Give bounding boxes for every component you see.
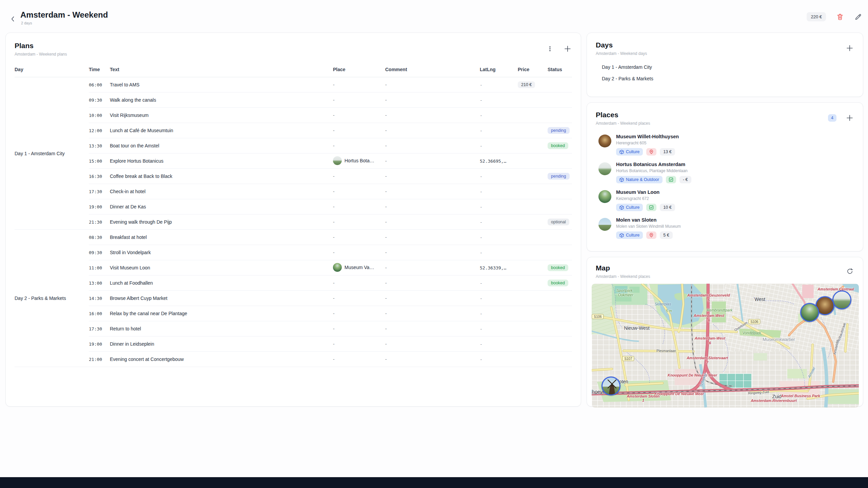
plan-latlng: - <box>480 276 518 291</box>
place-photo <box>598 162 611 175</box>
plan-place: - <box>333 352 385 367</box>
column-header-status: Status <box>548 64 572 77</box>
plan-row[interactable]: 14:30Browse Albert Cuyp Market--- <box>15 291 572 306</box>
column-header-place: Place <box>333 64 385 77</box>
plan-latlng: 52.36695,… <box>480 154 518 169</box>
map-canvas[interactable]: SportparkOokmeerSloterplas5 mNieuw-WestA… <box>592 284 859 408</box>
plan-comment: - <box>385 337 480 352</box>
category-label: Culture <box>626 233 639 238</box>
map-title: Map <box>596 264 650 272</box>
place-photo <box>598 190 611 203</box>
map-marker-garden[interactable] <box>800 303 819 322</box>
plan-row[interactable]: 13:30Boat tour on the Amstel---booked <box>15 138 572 154</box>
map-label: Plesmanlaan <box>656 349 676 353</box>
plan-status <box>548 108 572 123</box>
place-item[interactable]: Museum Willet-HolthuysenHerengracht 605C… <box>596 131 854 159</box>
plan-status: booked <box>548 276 572 291</box>
places-list: Museum Willet-HolthuysenHerengracht 605C… <box>596 131 854 242</box>
plan-place: - <box>333 276 385 291</box>
plan-comment: - <box>385 199 480 215</box>
plan-status <box>548 291 572 306</box>
category-badge: Nature & Outdoor <box>616 176 663 183</box>
plan-comment: - <box>385 230 480 245</box>
plan-row[interactable]: 19:00Dinner at De Kas--- <box>15 199 572 215</box>
plan-row[interactable]: 09:30Walk along the canals--- <box>15 93 572 108</box>
places-count-badge: 4 <box>828 114 836 122</box>
add-place-button[interactable] <box>845 114 854 122</box>
map-label: Nieuw-West <box>624 325 649 331</box>
plan-latlng: - <box>480 199 518 215</box>
map-marker-windmill[interactable] <box>601 377 620 395</box>
place-chip: Hortus Bota… <box>333 156 374 165</box>
map-label: Amstel <box>807 366 816 378</box>
plan-row[interactable]: 19:00Dinner in Leidseplein--- <box>15 337 572 352</box>
plan-row[interactable]: 16:00Relax by the canal near De Plantage… <box>15 306 572 321</box>
plan-row[interactable]: Day 1 - Amsterdam City06:00Travel to AMS… <box>15 77 572 93</box>
map-pin-icon <box>649 149 654 154</box>
plan-text: Walk along the canals <box>110 93 333 108</box>
place-item[interactable]: Hortus Botanicus AmsterdamHortus Botanic… <box>596 159 854 187</box>
place-name: Museum Va… <box>344 265 374 270</box>
place-item[interactable]: Museum Van LoonKeizersgracht 672Culture1… <box>596 187 854 215</box>
plan-row[interactable]: 13:00Lunch at Foodhallen---booked <box>15 276 572 291</box>
price-badge: 210 € <box>518 81 535 88</box>
category-badge: Culture <box>616 148 643 156</box>
plan-latlng: - <box>480 138 518 154</box>
plan-time: 09:30 <box>89 245 110 260</box>
map-label: Amsterdam Sloten <box>627 394 659 398</box>
plan-price <box>518 321 548 337</box>
add-plan-button[interactable] <box>563 44 572 53</box>
place-address: Molen van Sloten Windmill Museum <box>616 224 681 229</box>
plan-row[interactable]: 12:00Lunch at Café de Museumtuin---pendi… <box>15 123 572 138</box>
add-day-button[interactable] <box>845 44 854 53</box>
place-name: Molen van Sloten <box>616 217 681 223</box>
plan-time: 09:30 <box>89 93 110 108</box>
plan-text: Explore Hortus Botanicus <box>110 154 333 169</box>
place-item[interactable]: Molen van SlotenMolen van Sloten Windmil… <box>596 215 854 242</box>
plan-row[interactable]: 15:00Explore Hortus BotanicusHortus Bota… <box>15 154 572 169</box>
plans-menu-button[interactable] <box>546 44 554 53</box>
edit-trip-button[interactable] <box>854 13 863 21</box>
plan-comment: - <box>385 306 480 321</box>
delete-trip-button[interactable] <box>835 13 844 21</box>
plan-place: Hortus Bota… <box>333 154 385 169</box>
plan-time: 19:00 <box>89 199 110 215</box>
plan-row[interactable]: 09:30Stroll in Vondelpark--- <box>15 245 572 260</box>
map-pin-icon <box>649 233 654 238</box>
place-price-badge: 5 € <box>660 231 672 239</box>
plan-text: Evening walk through De Pijp <box>110 215 333 230</box>
plan-row[interactable]: 17:30Check-in at hotel--- <box>15 184 572 199</box>
back-button[interactable] <box>8 14 18 24</box>
place-badges: Culture13 € <box>616 148 679 156</box>
plan-text: Visit Museum Loon <box>110 260 333 276</box>
column-header-time: Time <box>89 64 110 77</box>
plan-time: 13:00 <box>89 276 110 291</box>
plan-price <box>518 306 548 321</box>
plan-row[interactable]: 10:00Visit Rijksmuseum--- <box>15 108 572 123</box>
plan-row[interactable]: Day 2 - Parks & Markets08:30Breakfast at… <box>15 230 572 245</box>
plan-row[interactable]: 17:30Return to hotel--- <box>15 321 572 337</box>
plans-table-header: DayTimeTextPlaceCommentLatLngPriceStatus <box>15 64 572 77</box>
place-name: Hortus Bota… <box>344 158 374 163</box>
refresh-map-button[interactable] <box>845 267 854 276</box>
page-title: Amsterdam - Weekend <box>20 10 108 20</box>
plan-comment: - <box>385 215 480 230</box>
plan-row[interactable]: 16:30Coffee break at Back to Black---pen… <box>15 169 572 184</box>
plan-row[interactable]: 21:00Evening concert at Concertgebouw--- <box>15 352 572 367</box>
plan-row[interactable]: 21:30Evening walk through De Pijp---opti… <box>15 215 572 230</box>
plan-time: 13:30 <box>89 138 110 154</box>
pencil-icon <box>854 13 862 21</box>
plan-comment: - <box>385 138 480 154</box>
map-marker-greenhouse[interactable] <box>832 290 851 309</box>
place-chip: Museum Va… <box>333 263 374 272</box>
plan-row[interactable]: 11:00Visit Museum LoonMuseum Va…-52.3633… <box>15 260 572 276</box>
plan-latlng: - <box>480 123 518 138</box>
plan-time: 11:00 <box>89 260 110 276</box>
plan-place: Museum Va… <box>333 260 385 276</box>
place-photo <box>598 218 611 231</box>
plan-status <box>548 77 572 93</box>
day-list-item[interactable]: Day 1 - Amsterdam City <box>599 61 854 73</box>
cube-icon <box>619 233 624 238</box>
day-list-item[interactable]: Day 2 - Parks & Markets <box>599 73 854 84</box>
plan-latlng: - <box>480 215 518 230</box>
